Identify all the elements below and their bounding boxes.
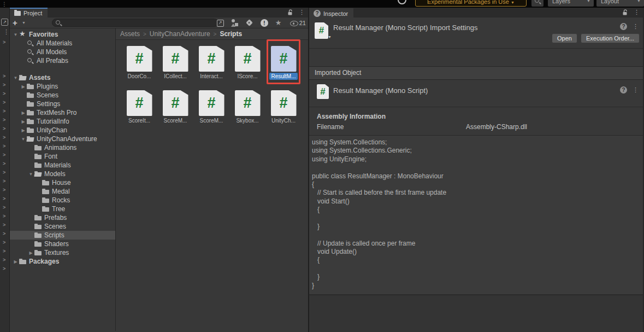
tree-item-models[interactable]: ▼Models: [10, 170, 115, 178]
tab-inspector[interactable]: Inspector: [309, 8, 353, 18]
expanded-arrow-icon[interactable]: ▼: [27, 172, 34, 177]
tree-item-house[interactable]: House: [10, 178, 115, 187]
expand-arrow-icon[interactable]: [3, 248, 5, 254]
asset-tile-scorem-[interactable]: ScoreM...: [157, 90, 193, 124]
expand-arrow-icon[interactable]: [3, 196, 5, 201]
tree-item-textmesh-pro[interactable]: ▶TextMesh Pro: [10, 108, 115, 117]
expand-arrow-icon[interactable]: [3, 161, 5, 166]
unlock-icon[interactable]: [287, 9, 293, 16]
expand-arrow-icon[interactable]: [3, 178, 5, 184]
tree-item-assets[interactable]: ▼Assets: [10, 73, 115, 82]
tree-item-settings[interactable]: Settings: [10, 100, 115, 108]
icon-caret-icon[interactable]: [328, 35, 332, 39]
help-icon[interactable]: [620, 86, 627, 94]
asset-tile-interact-[interactable]: Interact...: [193, 46, 229, 80]
tree-item-shaders[interactable]: Shaders: [10, 240, 115, 248]
script-kebab-icon[interactable]: [633, 86, 639, 94]
alert-icon[interactable]: [261, 19, 268, 27]
expand-arrow-icon[interactable]: [3, 170, 5, 175]
expand-arrow-icon[interactable]: [3, 108, 5, 114]
expand-arrow-icon[interactable]: [3, 143, 5, 149]
expand-arrow-icon[interactable]: [3, 126, 5, 131]
tree-item-rocks[interactable]: Rocks: [10, 196, 115, 205]
toolbar-kebab-icon[interactable]: [2, 1, 7, 8]
breadcrumb-item-assets[interactable]: Assets: [120, 30, 140, 38]
expand-arrow-icon[interactable]: [3, 39, 5, 45]
expand-arrow-icon[interactable]: [3, 152, 5, 158]
strip-kebab-icon[interactable]: [3, 28, 9, 36]
tree-item-all-prefabs[interactable]: All Prefabs: [10, 56, 115, 65]
asset-tile-skybox-[interactable]: Skybox...: [229, 90, 265, 124]
tree-item-medal[interactable]: Medal: [10, 187, 115, 196]
create-asset-button[interactable]: +: [13, 18, 17, 28]
expand-arrow-icon[interactable]: [3, 240, 5, 245]
asset-tile-scorem-[interactable]: ScoreM...: [193, 90, 229, 124]
layers-dropdown[interactable]: Layers: [548, 0, 594, 7]
expand-arrow-icon[interactable]: [3, 213, 5, 219]
collapsed-arrow-icon[interactable]: ▶: [20, 110, 27, 115]
tree-item-unitychanadventure[interactable]: ▼UnityChanAdventure: [10, 135, 115, 143]
collapsed-arrow-icon[interactable]: ▶: [20, 119, 27, 124]
expand-arrow-icon[interactable]: [3, 257, 5, 263]
breadcrumb-item-unitychanadventure[interactable]: UnityChanAdventure: [150, 30, 210, 38]
expand-arrow-icon[interactable]: [3, 135, 5, 140]
expand-arrow-icon[interactable]: [3, 222, 5, 228]
search-input[interactable]: [63, 19, 214, 26]
tree-item-unitychan[interactable]: ▶UnityChan: [10, 126, 115, 135]
asset-tile-doorco-[interactable]: DoorCo...: [121, 46, 157, 80]
collapsed-arrow-icon[interactable]: ▶: [20, 84, 27, 89]
expand-arrow-icon[interactable]: [3, 266, 5, 271]
expand-arrow-icon[interactable]: [3, 100, 5, 105]
search-by-label-icon[interactable]: [246, 19, 253, 27]
cloud-status-icon[interactable]: [398, 0, 406, 4]
tree-item-textures[interactable]: ▶Textures: [10, 248, 115, 257]
header-kebab-icon[interactable]: [633, 23, 639, 30]
tree-item-scripts[interactable]: Scripts: [10, 231, 115, 240]
project-search-field[interactable]: [52, 19, 218, 27]
help-icon[interactable]: [620, 23, 627, 30]
expanded-arrow-icon[interactable]: ▼: [12, 75, 19, 80]
tree-item-packages[interactable]: ▶Packages: [10, 257, 115, 266]
collapsed-arrow-icon[interactable]: ▶: [12, 259, 19, 264]
editor-search-button[interactable]: [531, 0, 543, 7]
tree-item-favorites[interactable]: ▼Favorites: [10, 30, 115, 39]
tree-item-plugins[interactable]: ▶Plugins: [10, 82, 115, 91]
expanded-arrow-icon[interactable]: ▼: [12, 32, 19, 37]
search-by-type-icon[interactable]: [231, 19, 239, 27]
experimental-packages-dropdown[interactable]: Experimental Packages in Use: [415, 0, 527, 7]
layout-dropdown[interactable]: Layout: [596, 0, 644, 7]
tree-item-scenes[interactable]: Scenes: [10, 222, 115, 231]
project-kebab-icon[interactable]: [299, 9, 305, 16]
asset-tile-iscore-[interactable]: IScore...: [229, 46, 265, 80]
asset-tile-unitych-[interactable]: UnityCh...: [265, 90, 302, 124]
tree-item-all-materials[interactable]: All Materials: [10, 39, 115, 48]
tree-item-tutorialinfo[interactable]: ▶TutorialInfo: [10, 117, 115, 126]
tree-item-materials[interactable]: Materials: [10, 161, 115, 170]
expanded-arrow-icon[interactable]: ▼: [20, 137, 27, 142]
tree-item-font[interactable]: Font: [10, 152, 115, 161]
tree-item-all-models[interactable]: All Models: [10, 48, 115, 56]
collapsed-arrow-icon[interactable]: ▶: [27, 251, 34, 255]
asset-tile-icollect-[interactable]: ICollect...: [157, 46, 193, 80]
expand-arrow-icon[interactable]: [3, 91, 5, 96]
tab-project[interactable]: Project: [10, 8, 48, 18]
tree-item-prefabs[interactable]: Prefabs: [10, 213, 115, 222]
tree-item-scenes[interactable]: Scenes: [10, 91, 115, 100]
asset-tile-resultm-[interactable]: ResultM...: [265, 46, 302, 80]
expand-arrow-icon[interactable]: [3, 187, 5, 193]
asset-tile-scoreit-[interactable]: ScoreIt...: [121, 90, 157, 124]
unlock-icon[interactable]: [622, 9, 628, 16]
expand-arrow-icon[interactable]: [3, 231, 5, 236]
inspector-kebab-icon[interactable]: [634, 9, 640, 16]
expand-arrow-icon[interactable]: [3, 205, 5, 210]
breadcrumb-item-scripts[interactable]: Scripts: [220, 30, 242, 38]
saved-search-star-icon[interactable]: [275, 19, 283, 27]
expand-arrow-icon[interactable]: [3, 117, 5, 123]
execution-order-button[interactable]: Execution Order...: [581, 33, 640, 43]
expand-arrow-icon[interactable]: [3, 82, 5, 88]
collapsed-arrow-icon[interactable]: ▶: [20, 128, 27, 133]
hidden-count-toggle[interactable]: 21: [290, 20, 306, 26]
open-search-window-icon[interactable]: [217, 20, 224, 27]
tree-item-tree[interactable]: Tree: [10, 205, 115, 213]
tree-item-animations[interactable]: Animations: [10, 143, 115, 152]
